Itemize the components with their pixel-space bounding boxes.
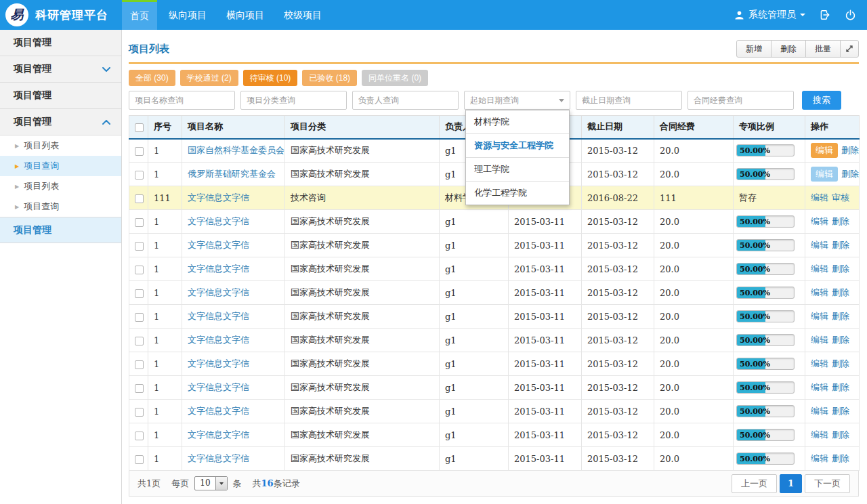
- row-checkbox[interactable]: [135, 384, 144, 393]
- sidebar-item-7[interactable]: ▶项目查询: [0, 196, 121, 217]
- power-icon[interactable]: [845, 9, 856, 21]
- delete-action[interactable]: 删除: [832, 240, 849, 250]
- delete-action[interactable]: 删除: [832, 453, 849, 463]
- filter-tag-0[interactable]: 全部 (30): [129, 70, 175, 86]
- project-name-link[interactable]: 文字信息文字信: [188, 335, 249, 345]
- project-name-link[interactable]: 文字信息文字信: [188, 453, 249, 463]
- project-name-link[interactable]: 俄罗斯基础研究基金会: [188, 169, 276, 179]
- edit-action[interactable]: 编辑: [811, 192, 828, 203]
- sidebar-item-2[interactable]: 项目管理: [0, 83, 121, 109]
- cell-checkbox: [129, 163, 148, 186]
- row-checkbox[interactable]: [135, 432, 144, 440]
- project-name-link[interactable]: 文字信息文字信: [188, 240, 249, 250]
- row-checkbox[interactable]: [135, 218, 144, 227]
- edit-action[interactable]: 编辑: [811, 216, 828, 226]
- nav-tab-2[interactable]: 横向项目: [218, 0, 272, 30]
- search-input-budget[interactable]: [688, 91, 794, 110]
- row-checkbox[interactable]: [135, 289, 144, 298]
- row-checkbox[interactable]: [135, 360, 144, 369]
- search-input-end-date[interactable]: [576, 91, 682, 110]
- row-checkbox[interactable]: [135, 455, 144, 464]
- current-page-button[interactable]: 1: [780, 474, 802, 493]
- edit-action[interactable]: 编辑: [811, 311, 828, 321]
- search-select-start-date[interactable]: 起始日期查询: [464, 91, 570, 110]
- edit-action[interactable]: 编辑: [811, 167, 838, 182]
- row-checkbox[interactable]: [135, 408, 144, 417]
- delete-action[interactable]: 删除: [832, 311, 849, 321]
- cell-category: 国家高技术研究发展: [285, 447, 440, 471]
- batch-button[interactable]: 批量: [805, 40, 841, 58]
- row-checkbox[interactable]: [135, 266, 144, 274]
- logout-icon[interactable]: [819, 9, 831, 21]
- delete-action[interactable]: 删除: [832, 382, 849, 392]
- page-size-value: 10: [195, 477, 215, 490]
- edit-action[interactable]: 编辑: [811, 358, 828, 369]
- edit-action[interactable]: 编辑: [811, 382, 828, 392]
- filter-tag-2[interactable]: 待审核 (10): [243, 70, 298, 86]
- select-all-checkbox[interactable]: [135, 123, 144, 132]
- delete-action[interactable]: 删除: [832, 287, 849, 297]
- edit-action[interactable]: 编辑: [811, 143, 838, 158]
- delete-action[interactable]: 删除: [832, 429, 849, 440]
- project-name-link[interactable]: 文字信息文字信: [188, 311, 249, 321]
- sidebar-item-1[interactable]: 项目管理: [0, 56, 121, 83]
- edit-action[interactable]: 编辑: [811, 335, 828, 345]
- edit-action[interactable]: 编辑: [811, 240, 828, 250]
- sidebar-item-6[interactable]: ▶项目列表: [0, 176, 121, 196]
- delete-action[interactable]: 删除: [832, 264, 849, 274]
- sidebar-item-4[interactable]: ▶项目列表: [0, 135, 121, 156]
- delete-action[interactable]: 删除: [832, 335, 849, 345]
- edit-action[interactable]: 编辑: [811, 453, 828, 463]
- row-checkbox[interactable]: [135, 194, 144, 203]
- edit-action[interactable]: 编辑: [811, 264, 828, 274]
- prev-page-button[interactable]: 上一页: [732, 474, 777, 493]
- project-name-link[interactable]: 文字信息文字信: [188, 216, 249, 226]
- search-input-project-name[interactable]: [129, 91, 235, 110]
- delete-action[interactable]: 删除: [832, 406, 849, 416]
- project-name-link[interactable]: 文字信息文字信: [188, 287, 249, 297]
- delete-action[interactable]: 删除: [832, 358, 849, 369]
- row-checkbox[interactable]: [135, 242, 144, 251]
- expand-icon-button[interactable]: [840, 40, 859, 58]
- row-checkbox[interactable]: [135, 171, 144, 180]
- sidebar-item-8[interactable]: 项目管理: [0, 217, 121, 243]
- dropdown-item-3[interactable]: 化学工程学院: [466, 181, 569, 205]
- next-page-button[interactable]: 下一页: [805, 474, 850, 493]
- project-name-link[interactable]: 文字信息文字信: [188, 429, 249, 440]
- dropdown-item-2[interactable]: 理工学院: [466, 157, 569, 181]
- filter-tag-3[interactable]: 已验收 (18): [302, 70, 357, 86]
- sidebar-item-5[interactable]: ▶项目查询: [0, 156, 121, 176]
- filter-tag-1[interactable]: 学校通过 (2): [180, 70, 238, 86]
- row-checkbox[interactable]: [135, 147, 144, 156]
- edit-action[interactable]: 编辑: [811, 429, 828, 440]
- edit-action[interactable]: 编辑: [811, 287, 828, 297]
- delete-action[interactable]: 删除: [841, 145, 859, 155]
- project-name-link[interactable]: 文字信息文字信: [188, 264, 249, 274]
- search-input-leader[interactable]: [352, 91, 459, 110]
- search-button[interactable]: 搜索: [802, 91, 841, 110]
- row-checkbox[interactable]: [135, 337, 144, 345]
- project-name-link[interactable]: 国家自然科学基金委员会: [188, 145, 284, 155]
- sidebar-item-0[interactable]: 项目管理: [0, 30, 121, 56]
- delete-action[interactable]: 删除: [841, 169, 859, 179]
- sidebar-item-3[interactable]: 项目管理: [0, 109, 121, 135]
- nav-tab-0[interactable]: 首页: [122, 0, 157, 30]
- page-size-select[interactable]: 10: [194, 476, 227, 490]
- row-checkbox[interactable]: [135, 313, 144, 322]
- user-menu[interactable]: 系统管理员: [734, 9, 805, 21]
- delete-action[interactable]: 删除: [832, 216, 849, 226]
- project-name-link[interactable]: 文字信息文字信: [188, 406, 249, 416]
- dropdown-item-1[interactable]: 资源与安全工程学院: [466, 133, 569, 157]
- search-input-project-category[interactable]: [240, 91, 347, 110]
- project-name-link[interactable]: 文字信息文字信: [188, 358, 249, 369]
- dropdown-item-0[interactable]: 材料学院: [466, 110, 569, 133]
- audit-action[interactable]: 审核: [832, 192, 849, 203]
- nav-tab-3[interactable]: 校级项目: [276, 0, 330, 30]
- edit-action[interactable]: 编辑: [811, 406, 828, 416]
- cell-ratio: 50.00%: [734, 139, 805, 163]
- project-name-link[interactable]: 文字信息文字信: [188, 192, 249, 203]
- delete-button[interactable]: 删除: [771, 40, 806, 58]
- nav-tab-1[interactable]: 纵向项目: [161, 0, 215, 30]
- project-name-link[interactable]: 文字信息文字信: [188, 382, 249, 392]
- add-button[interactable]: 新增: [736, 40, 771, 58]
